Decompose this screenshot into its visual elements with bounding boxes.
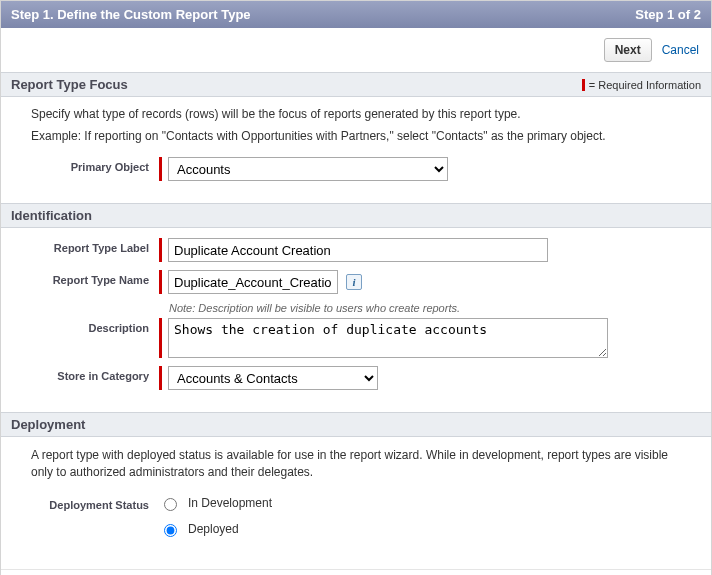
required-marker (159, 318, 162, 358)
required-marker (159, 238, 162, 262)
section-body-focus: Specify what type of records (rows) will… (1, 97, 711, 203)
description-label: Description (31, 318, 159, 334)
description-row: Description Shows the creation of duplic… (31, 318, 681, 358)
radio-deployed[interactable] (164, 524, 177, 537)
radio-row-in-development: In Development (159, 495, 681, 511)
required-legend: = Required Information (582, 79, 701, 91)
section-header-deployment: Deployment (1, 412, 711, 437)
required-legend-text: = Required Information (589, 79, 701, 91)
report-type-label-input[interactable] (168, 238, 548, 262)
deployment-status-label: Deployment Status (31, 495, 159, 511)
description-textarea[interactable]: Shows the creation of duplicate accounts (168, 318, 608, 358)
info-icon[interactable]: i (346, 274, 362, 290)
section-title-identification: Identification (11, 208, 92, 223)
wizard-step-indicator: Step 1 of 2 (635, 7, 701, 22)
top-button-bar: Next Cancel (1, 28, 711, 72)
description-note: Note: Description will be visible to use… (169, 302, 681, 314)
required-bar-icon (582, 79, 585, 91)
focus-instruction-2: Example: If reporting on "Contacts with … (31, 129, 681, 143)
deployment-description: A report type with deployed status is av… (31, 447, 681, 481)
primary-object-row: Primary Object Accounts (31, 157, 681, 181)
category-select[interactable]: Accounts & Contacts (168, 366, 378, 390)
section-title-deployment: Deployment (11, 417, 85, 432)
radio-deployed-label: Deployed (188, 522, 239, 536)
category-label: Store in Category (31, 366, 159, 382)
radio-in-development-label: In Development (188, 496, 272, 510)
section-header-identification: Identification (1, 203, 711, 228)
deployment-status-row: Deployment Status In Development Deploye… (31, 495, 681, 547)
report-type-name-label: Report Type Name (31, 270, 159, 286)
wizard-container: Step 1. Define the Custom Report Type St… (0, 0, 712, 575)
section-body-identification: Report Type Label Report Type Name i Not… (1, 228, 711, 412)
section-body-deployment: A report type with deployed status is av… (1, 437, 711, 569)
bottom-button-bar: Next Cancel (1, 569, 711, 575)
primary-object-label: Primary Object (31, 157, 159, 173)
section-header-focus: Report Type Focus = Required Information (1, 72, 711, 97)
required-marker (159, 366, 162, 390)
focus-instruction-1: Specify what type of records (rows) will… (31, 107, 681, 121)
radio-row-deployed: Deployed (159, 521, 681, 537)
report-type-label-row: Report Type Label (31, 238, 681, 262)
next-button-top[interactable]: Next (604, 38, 652, 62)
required-marker (159, 270, 162, 294)
report-type-name-row: Report Type Name i (31, 270, 681, 294)
primary-object-select[interactable]: Accounts (168, 157, 448, 181)
required-marker (159, 157, 162, 181)
report-type-label-label: Report Type Label (31, 238, 159, 254)
wizard-title: Step 1. Define the Custom Report Type (11, 7, 251, 22)
wizard-header: Step 1. Define the Custom Report Type St… (1, 1, 711, 28)
section-title-focus: Report Type Focus (11, 77, 128, 92)
category-row: Store in Category Accounts & Contacts (31, 366, 681, 390)
radio-in-development[interactable] (164, 498, 177, 511)
report-type-name-input[interactable] (168, 270, 338, 294)
cancel-link-top[interactable]: Cancel (662, 43, 699, 57)
